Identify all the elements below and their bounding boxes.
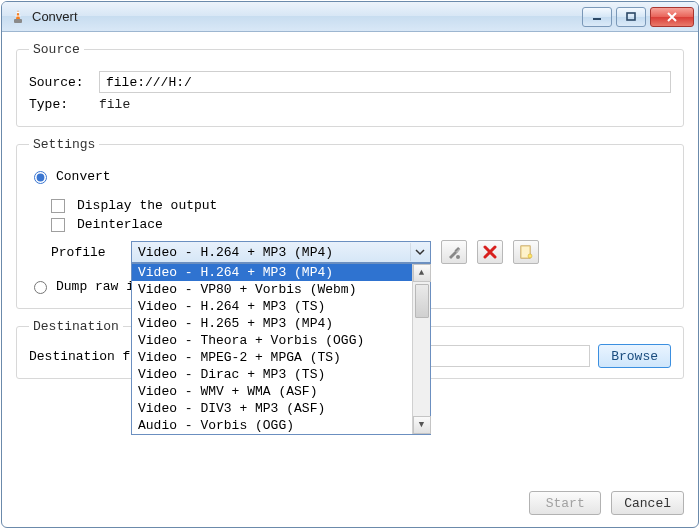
profile-option[interactable]: Video - MPEG-2 + MPGA (TS)	[132, 349, 412, 366]
profile-option[interactable]: Video - H.265 + MP3 (MP4)	[132, 315, 412, 332]
svg-rect-2	[14, 19, 22, 23]
chevron-down-icon	[410, 243, 428, 261]
profile-selected-text: Video - H.264 + MP3 (MP4)	[138, 245, 333, 260]
type-label: Type:	[29, 97, 93, 112]
settings-legend: Settings	[29, 137, 99, 152]
convert-radio[interactable]	[34, 171, 47, 184]
profile-combo-wrapper: Video - H.264 + MP3 (MP4) Video - H.264 …	[131, 241, 431, 263]
profile-option[interactable]: Video - VP80 + Vorbis (Webm)	[132, 281, 412, 298]
edit-profile-button[interactable]	[441, 240, 467, 264]
svg-point-5	[456, 255, 460, 259]
svg-rect-3	[593, 18, 601, 20]
source-input[interactable]	[99, 71, 671, 93]
scroll-down-button[interactable]: ▼	[413, 416, 431, 434]
source-group: Source Source: Type: file	[16, 42, 684, 127]
svg-rect-4	[627, 13, 635, 20]
destination-legend: Destination	[29, 319, 123, 334]
delete-profile-button[interactable]	[477, 240, 503, 264]
profile-option[interactable]: Video - H.264 + MP3 (TS)	[132, 298, 412, 315]
svg-rect-0	[17, 12, 20, 13]
source-label: Source:	[29, 75, 93, 90]
source-legend: Source	[29, 42, 84, 57]
deinterlace-checkbox[interactable]	[51, 218, 65, 232]
profile-option[interactable]: Video - H.264 + MP3 (MP4)	[132, 264, 412, 281]
display-output-checkbox[interactable]	[51, 199, 65, 213]
deinterlace-label: Deinterlace	[77, 217, 163, 232]
settings-group: Settings Convert Display the output Dein…	[16, 137, 684, 309]
new-profile-button[interactable]	[513, 240, 539, 264]
app-icon	[10, 9, 26, 25]
profile-combobox[interactable]: Video - H.264 + MP3 (MP4)	[131, 241, 431, 263]
profile-option[interactable]: Audio - Vorbis (OGG)	[132, 417, 412, 434]
display-output-label: Display the output	[77, 198, 217, 213]
close-button[interactable]	[650, 7, 694, 27]
svg-rect-1	[16, 15, 21, 16]
maximize-button[interactable]	[616, 7, 646, 27]
browse-button[interactable]: Browse	[598, 344, 671, 368]
type-value: file	[99, 97, 130, 112]
profile-label: Profile	[51, 245, 121, 260]
new-icon	[518, 244, 534, 260]
svg-point-9	[528, 254, 532, 258]
dump-raw-radio[interactable]	[34, 281, 47, 294]
start-button[interactable]: Start	[529, 491, 601, 515]
convert-window: Convert Source Source: Type: file	[1, 1, 699, 528]
profile-option[interactable]: Video - WMV + WMA (ASF)	[132, 383, 412, 400]
dropdown-scrollbar[interactable]: ▲ ▼	[412, 264, 430, 434]
window-title: Convert	[32, 9, 582, 24]
wrench-icon	[446, 244, 462, 260]
profile-dropdown: Video - H.264 + MP3 (MP4)Video - VP80 + …	[131, 263, 431, 435]
window-controls	[582, 7, 694, 27]
dialog-footer: Start Cancel	[2, 487, 698, 527]
titlebar: Convert	[2, 2, 698, 32]
profile-option-list: Video - H.264 + MP3 (MP4)Video - VP80 + …	[132, 264, 412, 434]
delete-x-icon	[483, 245, 497, 259]
profile-option[interactable]: Video - Dirac + MP3 (TS)	[132, 366, 412, 383]
scroll-up-button[interactable]: ▲	[413, 264, 431, 282]
client-area: Source Source: Type: file Settings Conve…	[2, 32, 698, 487]
profile-row: Profile Video - H.264 + MP3 (MP4) Video …	[29, 240, 671, 264]
profile-option[interactable]: Video - Theora + Vorbis (OGG)	[132, 332, 412, 349]
cancel-button[interactable]: Cancel	[611, 491, 684, 515]
convert-label: Convert	[56, 169, 111, 184]
profile-option[interactable]: Video - DIV3 + MP3 (ASF)	[132, 400, 412, 417]
minimize-button[interactable]	[582, 7, 612, 27]
scroll-thumb[interactable]	[415, 284, 429, 318]
